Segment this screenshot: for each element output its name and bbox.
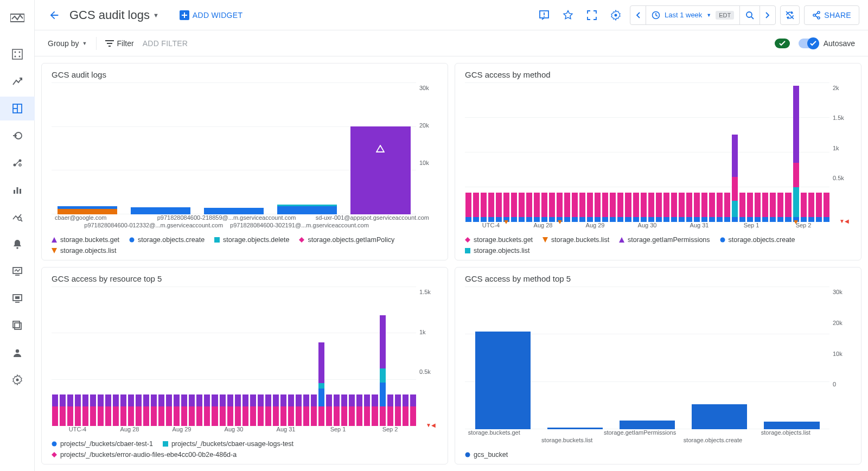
bar[interactable] <box>785 82 792 222</box>
bar[interactable] <box>503 82 509 222</box>
bar[interactable] <box>764 287 820 429</box>
bar[interactable] <box>686 82 692 222</box>
bar[interactable] <box>564 82 571 222</box>
bar[interactable] <box>465 82 471 222</box>
bar[interactable] <box>579 82 586 222</box>
bar[interactable] <box>739 82 746 222</box>
bar[interactable] <box>572 82 578 222</box>
bar[interactable] <box>311 287 317 426</box>
bar[interactable] <box>67 287 73 426</box>
bar[interactable] <box>619 287 675 429</box>
bar[interactable] <box>318 287 325 426</box>
legend-item[interactable]: storage.buckets.list <box>542 236 609 244</box>
bar[interactable] <box>518 82 525 222</box>
bar[interactable] <box>265 287 271 426</box>
nav-synthetic-icon[interactable] <box>5 287 29 310</box>
bar[interactable] <box>495 82 502 222</box>
nav-uptime-icon[interactable] <box>5 259 29 283</box>
bar[interactable] <box>105 287 111 426</box>
bar[interactable] <box>151 287 157 426</box>
bar[interactable] <box>341 287 348 426</box>
bar[interactable] <box>557 82 563 222</box>
fullscreen-icon[interactable] <box>582 5 602 25</box>
autosave-toggle[interactable]: Autosave <box>799 39 855 48</box>
bar[interactable] <box>640 82 647 222</box>
bar[interactable] <box>732 82 738 222</box>
bar[interactable] <box>648 82 654 222</box>
legend-item[interactable]: projects/_/buckets/error-audio-files-ebe… <box>52 451 237 459</box>
bar[interactable] <box>364 287 371 426</box>
legend-item[interactable]: storage.objects.getIamPolicy <box>299 236 394 244</box>
legend-item[interactable]: projects/_/buckets/cbaer-test-1 <box>52 440 153 448</box>
bar[interactable] <box>602 82 609 222</box>
bar[interactable] <box>475 287 531 429</box>
bar[interactable] <box>800 82 807 222</box>
nav-bars-icon[interactable] <box>5 178 29 202</box>
nav-explore-icon[interactable] <box>5 205 29 229</box>
bar[interactable] <box>166 287 173 426</box>
legend-item[interactable]: projects/_/buckets/cbaer-usage-logs-test <box>163 440 293 448</box>
nav-dashboards-icon[interactable] <box>0 97 35 120</box>
dashboard-title[interactable]: GCS audit logs▼ <box>69 8 162 22</box>
legend-item[interactable]: storage.objects.create <box>129 236 205 244</box>
bar[interactable] <box>595 82 601 222</box>
nav-settings-icon[interactable] <box>5 368 29 392</box>
bar[interactable] <box>356 287 363 426</box>
add-widget-button[interactable]: ADD WIDGET <box>180 10 242 20</box>
add-filter-button[interactable]: ADD FILTER <box>143 39 188 48</box>
legend-item[interactable]: storage.objects.delete <box>214 236 289 244</box>
bar[interactable] <box>709 82 716 222</box>
bar[interactable] <box>97 287 104 426</box>
bar[interactable] <box>158 287 165 426</box>
bar[interactable] <box>701 82 707 222</box>
nav-overview-icon[interactable] <box>5 42 29 66</box>
legend-item[interactable]: gcs_bucket <box>465 451 508 459</box>
legend-item[interactable]: storage.objects.list <box>465 247 530 254</box>
bar[interactable] <box>334 287 340 426</box>
bar[interactable] <box>203 82 264 214</box>
bar[interactable] <box>473 82 479 222</box>
bar[interactable] <box>189 287 195 426</box>
bar[interactable] <box>402 287 409 426</box>
bar[interactable] <box>724 82 731 222</box>
bar[interactable] <box>547 287 603 429</box>
bar[interactable] <box>549 82 556 222</box>
bar[interactable] <box>747 82 754 222</box>
time-prev-button[interactable] <box>630 6 646 24</box>
bar[interactable] <box>633 82 639 222</box>
legend-item[interactable]: storage.buckets.get <box>52 236 119 244</box>
bar[interactable] <box>52 287 58 426</box>
bar[interactable] <box>326 287 333 426</box>
bar[interactable] <box>372 287 378 426</box>
bar[interactable] <box>379 287 386 426</box>
bar[interactable] <box>610 82 616 222</box>
bar[interactable] <box>272 287 279 426</box>
legend-item[interactable]: storage.objects.create <box>720 236 795 244</box>
bar[interactable] <box>663 82 669 222</box>
back-button[interactable] <box>43 4 65 26</box>
bar[interactable] <box>350 82 411 214</box>
nav-alerting-icon[interactable] <box>5 232 29 256</box>
bar[interactable] <box>808 82 814 222</box>
feedback-icon[interactable] <box>534 5 554 25</box>
bar[interactable] <box>219 287 226 426</box>
nav-slo-icon[interactable] <box>5 151 29 175</box>
bar[interactable] <box>655 82 662 222</box>
bar[interactable] <box>693 82 700 222</box>
bar[interactable] <box>120 287 126 426</box>
bar[interactable] <box>242 287 248 426</box>
bar[interactable] <box>196 287 203 426</box>
bar[interactable] <box>349 287 355 426</box>
time-next-button[interactable] <box>760 6 775 24</box>
bar[interactable] <box>770 82 776 222</box>
bar[interactable] <box>277 82 337 214</box>
bar[interactable] <box>127 287 134 426</box>
bar[interactable] <box>59 287 66 426</box>
monitoring-logo-icon[interactable] <box>5 5 29 29</box>
group-by-button[interactable]: Group by▼ <box>48 39 87 48</box>
bar[interactable] <box>204 287 210 426</box>
bar[interactable] <box>280 287 286 426</box>
legend-item[interactable]: storage.objects.list <box>52 247 117 254</box>
bar[interactable] <box>510 82 517 222</box>
bar[interactable] <box>678 82 685 222</box>
